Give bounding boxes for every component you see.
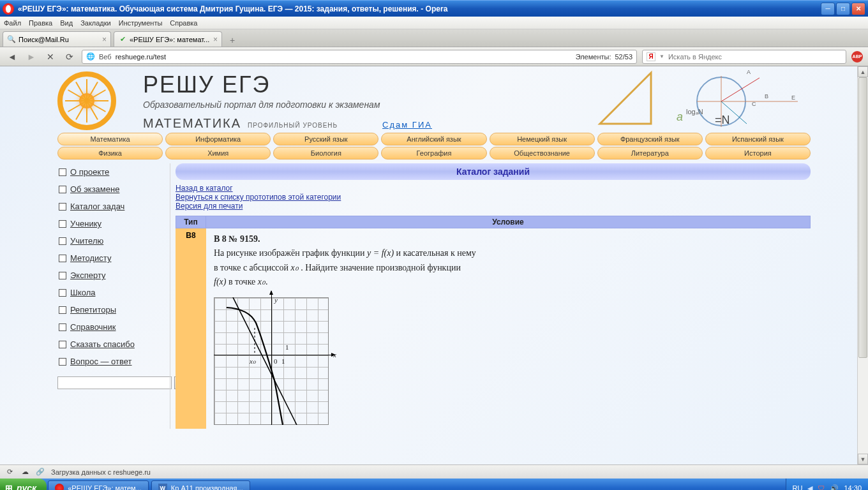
scroll-down-icon[interactable]: ▼: [858, 454, 868, 464]
sidebar-item-catalog[interactable]: Каталог задач: [57, 198, 170, 215]
site-subject: МАТЕМАТИКА: [143, 116, 241, 131]
main-content: Каталог заданий Назад в каталог Вернутьс…: [170, 163, 811, 429]
subject-tab-russian[interactable]: Русский язык: [273, 133, 378, 145]
word-icon: W: [158, 484, 167, 490]
scroll-thumb[interactable]: [858, 77, 867, 358]
sidebar-item-teacher[interactable]: Учителю: [57, 232, 170, 249]
checkbox-icon[interactable]: [59, 358, 66, 366]
task-body: B 8 № 9159. На рисунке изображён график …: [206, 228, 811, 429]
task-type-badge: B8: [176, 228, 206, 429]
new-tab-button[interactable]: +: [225, 34, 240, 47]
svg-text:B: B: [765, 93, 768, 100]
chevron-down-icon[interactable]: ▼: [659, 54, 664, 59]
sidebar-item-expert[interactable]: Эксперту: [57, 267, 170, 284]
browser-tab-reshuege[interactable]: ✔ «РЕШУ ЕГЭ»: математ... ×: [114, 31, 222, 47]
checkbox-icon[interactable]: [59, 272, 66, 279]
subject-tab-social[interactable]: Обществознание: [490, 147, 595, 160]
sidebar-item-student[interactable]: Ученику: [57, 215, 170, 232]
sidebar-item-exam[interactable]: Об экзамене: [57, 181, 170, 198]
subject-tab-informatics[interactable]: Информатика: [165, 133, 271, 145]
sidebar-link: Репетиторы: [70, 305, 116, 315]
checkbox-icon[interactable]: [59, 341, 66, 348]
status-text: Загрузка данных с reshuege.ru: [51, 468, 151, 476]
subject-tab-biology[interactable]: Биология: [273, 147, 378, 160]
subject-tab-history[interactable]: История: [705, 147, 811, 160]
search-bar[interactable]: Я ▼: [642, 50, 846, 64]
link-print-version[interactable]: Версия для печати: [176, 202, 243, 211]
window-maximize-button[interactable]: □: [836, 3, 850, 15]
task-table-header: Тип Условие: [176, 216, 811, 228]
sync-icon[interactable]: ⟳: [5, 468, 14, 477]
taskbar-item-opera[interactable]: «РЕШУ ЕГЭ»: матем...: [48, 480, 149, 490]
gia-link[interactable]: Сдам ГИА: [382, 120, 432, 130]
clock[interactable]: 14:30: [844, 484, 862, 490]
sidebar-item-about[interactable]: О проекте: [57, 163, 170, 181]
formula: x₀: [291, 263, 299, 272]
menu-file[interactable]: Файл: [4, 19, 21, 27]
checkbox-icon[interactable]: [59, 203, 66, 211]
tray-shield-icon[interactable]: 🛡: [818, 484, 825, 490]
header-illustration-icon: a logₐN =N A B C E: [594, 66, 811, 130]
subject-tab-literature[interactable]: Литература: [597, 147, 703, 160]
menu-view[interactable]: Вид: [60, 19, 73, 27]
sidebar-item-methodist[interactable]: Методисту: [57, 249, 170, 267]
sidebar-item-thanks[interactable]: Сказать спасибо: [57, 336, 170, 353]
nav-back-button[interactable]: ◄: [5, 50, 19, 64]
menu-tools[interactable]: Инструменты: [119, 19, 163, 27]
checkbox-icon[interactable]: [59, 220, 66, 228]
adblock-icon[interactable]: ABP: [851, 51, 863, 63]
sidebar-item-reference[interactable]: Справочник: [57, 318, 170, 336]
taskbar-item-word[interactable]: W Кр А11 производная...: [151, 480, 250, 490]
taskbar-item-label: Кр А11 производная...: [171, 484, 243, 490]
link-back-catalog[interactable]: Назад в каталог: [176, 184, 233, 193]
cloud-icon[interactable]: ☁: [20, 468, 29, 477]
checkbox-icon[interactable]: [59, 323, 66, 331]
subject-tab-english[interactable]: Английский язык: [381, 133, 486, 145]
checkbox-icon[interactable]: [59, 289, 66, 297]
subject-tab-german[interactable]: Немецкий язык: [490, 133, 595, 145]
nav-home-button[interactable]: ⟳: [63, 50, 77, 64]
subject-tab-physics[interactable]: Физика: [57, 147, 163, 160]
checkbox-icon[interactable]: [59, 237, 66, 245]
nav-reload-button[interactable]: ✕: [43, 50, 57, 64]
search-input[interactable]: [668, 53, 842, 61]
menu-edit[interactable]: Правка: [29, 19, 52, 27]
opera-icon: [55, 484, 64, 490]
link-back-prototypes[interactable]: Вернуться к списку прототипов этой катег…: [176, 193, 341, 202]
nav-forward-button[interactable]: ►: [24, 50, 38, 64]
language-indicator[interactable]: RU: [793, 484, 803, 490]
subject-tab-spanish[interactable]: Испанский язык: [705, 133, 811, 145]
link-icon[interactable]: 🔗: [36, 468, 45, 477]
system-tray: RU ◀ 🛡 🔊 14:30: [786, 479, 868, 490]
subject-tab-math[interactable]: Математика: [57, 133, 163, 145]
window-minimize-button[interactable]: ─: [821, 3, 835, 15]
subject-tab-geography[interactable]: География: [381, 147, 486, 160]
window-close-button[interactable]: ✕: [851, 3, 865, 15]
subject-tab-chemistry[interactable]: Химия: [165, 147, 271, 160]
checkbox-icon[interactable]: [59, 306, 66, 314]
close-icon[interactable]: ×: [213, 35, 218, 44]
scroll-up-icon[interactable]: ▲: [858, 66, 868, 77]
address-bar[interactable]: 🌐 Веб reshuege.ru/test Элементы: 52/53: [82, 50, 637, 64]
task-text: в точке: [228, 277, 258, 286]
browser-tab-mail[interactable]: 🔍 Поиск@Mail.Ru ×: [3, 31, 111, 47]
start-button[interactable]: ⊞ пуск: [0, 479, 47, 490]
checkbox-icon[interactable]: [59, 186, 66, 193]
menu-help[interactable]: Справка: [170, 19, 197, 27]
checkbox-icon[interactable]: [59, 168, 66, 176]
sidebar-item-tutors[interactable]: Репетиторы: [57, 301, 170, 318]
close-icon[interactable]: ×: [102, 35, 107, 44]
tray-chevron-icon[interactable]: ◀: [807, 484, 812, 491]
subject-tabs-row2: Физика Химия Биология География Общество…: [57, 147, 811, 160]
elements-counter-value: 52/53: [615, 53, 632, 61]
vertical-scrollbar[interactable]: ▲ ▼: [857, 66, 868, 464]
tab-label: Поиск@Mail.Ru: [19, 36, 100, 43]
checkbox-icon[interactable]: [59, 255, 66, 262]
tray-volume-icon[interactable]: 🔊: [830, 484, 839, 491]
sidebar-item-qna[interactable]: Вопрос — ответ: [57, 353, 170, 370]
subject-tab-french[interactable]: Французский язык: [597, 133, 703, 145]
sidebar-item-school[interactable]: Школа: [57, 284, 170, 301]
sidebar-link: Эксперту: [70, 271, 106, 280]
sidebar-search-input[interactable]: [57, 376, 172, 389]
menu-bookmarks[interactable]: Закладки: [80, 19, 111, 27]
